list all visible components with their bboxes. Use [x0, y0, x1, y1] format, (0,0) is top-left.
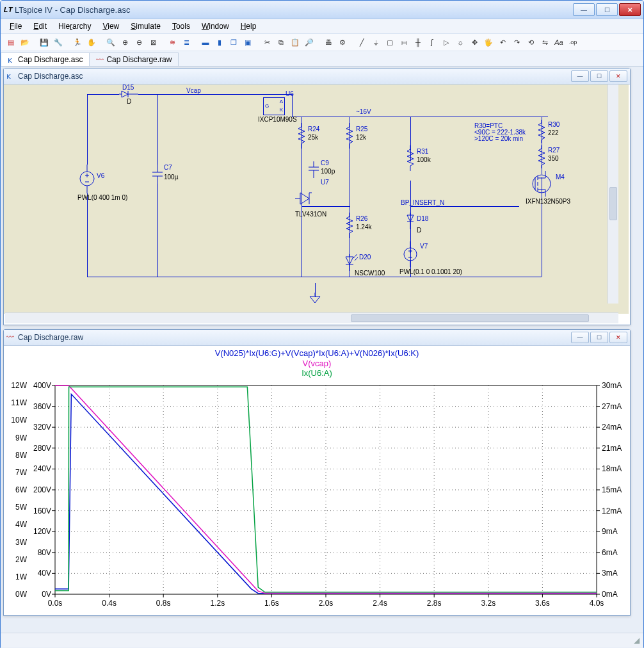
- menu-window[interactable]: Window: [197, 20, 234, 32]
- undo-icon[interactable]: ↶: [496, 36, 509, 49]
- comp-R31-name[interactable]: R31: [417, 149, 428, 155]
- control-panel-icon[interactable]: 🔧: [52, 36, 65, 49]
- comp-D20-name[interactable]: D20: [359, 254, 371, 261]
- resize-grip-icon[interactable]: ◢: [634, 636, 640, 645]
- cut-icon[interactable]: ✂: [261, 36, 273, 49]
- inductor-icon[interactable]: ʃ: [426, 36, 439, 49]
- net-16v[interactable]: ~16V: [356, 109, 371, 115]
- comp-C9-name[interactable]: C9: [321, 160, 329, 166]
- comp-R25-value[interactable]: 12k: [356, 134, 366, 141]
- net-bpins[interactable]: BP_INSERT_N: [401, 200, 444, 206]
- comp-C7-value[interactable]: 100µ: [164, 174, 178, 181]
- tile-horz-icon[interactable]: ▬: [199, 36, 212, 49]
- menu-simulate[interactable]: Simulate: [125, 20, 166, 32]
- mosfet-symbol[interactable]: [529, 171, 554, 197]
- resistor-symbol[interactable]: [537, 145, 546, 168]
- capacitor-symbol[interactable]: [152, 165, 163, 184]
- move-icon[interactable]: ✥: [468, 36, 481, 49]
- comp-R30-value[interactable]: 222: [548, 130, 559, 136]
- ground-icon[interactable]: ⏚: [369, 36, 382, 49]
- comp-U6-model[interactable]: IXCP10M90S: [258, 117, 297, 123]
- tile-vert-icon[interactable]: ▮: [213, 36, 226, 49]
- chart-svg[interactable]: 0.0s0.4s0.8s1.2s1.6s2.0s2.4s2.8s3.2s3.6s…: [4, 380, 629, 612]
- schematic-window[interactable]: ᴋ Cap Discharge.asc — ☐ ✕: [3, 68, 631, 325]
- print-icon[interactable]: 🖶: [322, 36, 335, 49]
- resistor-icon[interactable]: ⧦: [398, 36, 410, 49]
- comp-C9-value[interactable]: 100p: [321, 168, 335, 175]
- open-icon[interactable]: 📂: [19, 36, 31, 49]
- run-icon[interactable]: 🏃: [71, 36, 84, 49]
- find-icon[interactable]: 🔎: [303, 36, 316, 49]
- menu-view[interactable]: View: [97, 20, 124, 32]
- comp-D20-model[interactable]: NSCW100: [355, 270, 385, 277]
- text-icon[interactable]: Aa: [552, 36, 565, 49]
- voltage-source-symbol[interactable]: [79, 165, 95, 193]
- maximize-button[interactable]: ☐: [596, 3, 618, 16]
- trace1-label[interactable]: V(N025)*Ix(U6:G)+V(Vcap)*Ix(U6:A)+V(N026…: [4, 348, 630, 359]
- comp-C7-name[interactable]: C7: [164, 165, 172, 171]
- capacitor-symbol[interactable]: [309, 161, 319, 178]
- menu-tools[interactable]: Tools: [167, 20, 195, 32]
- tlv-symbol[interactable]: [295, 190, 317, 209]
- print-setup-icon[interactable]: ⚙: [336, 36, 349, 49]
- schematic-canvas[interactable]: D15 D Vcap ~16V V6 PWL(0 400 1m 0) C7 10…: [4, 85, 629, 314]
- halt-icon[interactable]: ✋: [85, 36, 98, 49]
- draw-wire-icon[interactable]: ╱: [355, 36, 368, 49]
- comp-D18-model[interactable]: D: [417, 227, 421, 234]
- resistor-symbol[interactable]: [537, 120, 546, 143]
- close-all-icon[interactable]: ▣: [241, 36, 254, 49]
- comp-D18-name[interactable]: D18: [417, 216, 428, 222]
- menu-hierarchy[interactable]: Hierarchy: [53, 20, 96, 32]
- voltage-source-symbol[interactable]: [403, 241, 418, 267]
- diode-symbol[interactable]: [405, 213, 415, 229]
- comp-U6-symbol[interactable]: G A K: [263, 97, 285, 115]
- comp-R30-note[interactable]: R30=PTC <90C = 222-1.38k >120C = 20k min: [474, 123, 526, 142]
- paste-icon[interactable]: 📋: [289, 36, 302, 49]
- pan-icon[interactable]: ⊕: [118, 36, 131, 49]
- comp-V7-name[interactable]: V7: [420, 243, 428, 250]
- comp-R27-value[interactable]: 350: [548, 156, 559, 162]
- child-maximize-button[interactable]: ☐: [590, 332, 608, 343]
- menu-edit[interactable]: Edit: [28, 20, 52, 32]
- comp-U7-model[interactable]: TLV431ON: [295, 211, 326, 218]
- resistor-symbol[interactable]: [345, 123, 354, 149]
- capacitor-icon[interactable]: ╫: [412, 36, 424, 49]
- tab-schematic[interactable]: ᴋ Cap Discharge.asc: [1, 53, 90, 66]
- diode-icon[interactable]: ▷: [440, 36, 453, 49]
- child-minimize-button[interactable]: —: [571, 70, 589, 82]
- zoom-in-icon[interactable]: 🔍: [104, 36, 117, 49]
- schematic-titlebar[interactable]: ᴋ Cap Discharge.asc — ☐ ✕: [4, 69, 630, 85]
- component-icon[interactable]: ☼: [454, 36, 467, 49]
- resistor-symbol[interactable]: [297, 123, 306, 149]
- menu-file[interactable]: File: [4, 20, 27, 32]
- close-button[interactable]: ✕: [619, 3, 641, 16]
- comp-M4-name[interactable]: M4: [556, 174, 565, 181]
- zoom-out-icon[interactable]: ⊖: [133, 36, 145, 49]
- menu-help[interactable]: Help: [236, 20, 262, 32]
- child-close-button[interactable]: ✕: [609, 332, 627, 343]
- trace2-label[interactable]: V(vcap): [4, 359, 630, 369]
- comp-R26-value[interactable]: 1.24k: [356, 224, 371, 231]
- new-schematic-icon[interactable]: ▤: [4, 36, 17, 49]
- comp-R24-value[interactable]: 25k: [308, 134, 318, 141]
- rotate-icon[interactable]: ⟲: [524, 36, 537, 49]
- comp-R26-name[interactable]: R26: [356, 216, 367, 222]
- tab-waveform[interactable]: 〰 Cap Discharge.raw: [89, 53, 179, 66]
- plot-canvas[interactable]: V(N025)*Ix(U6:G)+V(Vcap)*Ix(U6:A)+V(N026…: [4, 346, 630, 615]
- comp-V7-value[interactable]: PWL(0.1 0 0.1001 20): [399, 269, 462, 275]
- trace3-label[interactable]: Ix(U6:A): [4, 368, 630, 378]
- comp-V6-name[interactable]: V6: [97, 173, 104, 179]
- comp-R31-value[interactable]: 100k: [417, 157, 431, 163]
- comp-D15-model[interactable]: D: [127, 99, 131, 105]
- ground-symbol[interactable]: [309, 293, 321, 304]
- waveform-titlebar[interactable]: 〰 Cap Discharge.raw — ☐ ✕: [4, 330, 630, 346]
- titlebar[interactable]: 𝙇𝙏 LTspice IV - Cap Discharge.asc — ☐ ✕: [1, 1, 643, 19]
- diode-symbol[interactable]: [119, 90, 138, 99]
- drag-icon[interactable]: 🖐: [482, 36, 495, 49]
- schematic-vscroll[interactable]: [608, 85, 618, 304]
- comp-M4-model[interactable]: IXFN132N50P3: [526, 198, 570, 205]
- comp-R27-name[interactable]: R27: [548, 147, 559, 154]
- plot-settings-icon[interactable]: ≣: [180, 36, 193, 49]
- net-vcap[interactable]: Vcap: [186, 88, 201, 94]
- spice-directive-icon[interactable]: .op: [567, 36, 579, 49]
